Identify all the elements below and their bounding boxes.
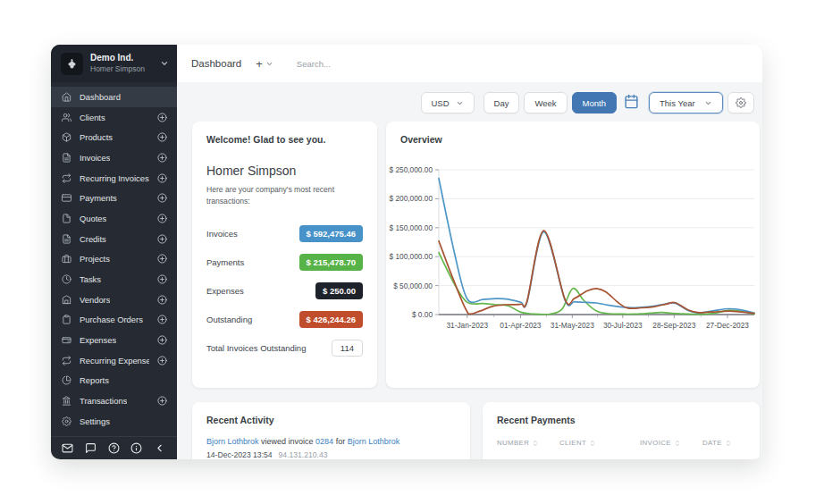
sidebar-item-label: Quotes (80, 214, 106, 223)
plus-circle-icon[interactable] (157, 113, 167, 122)
help-icon (108, 442, 120, 454)
chart-line-outstanding (439, 231, 754, 314)
chat-icon[interactable] (85, 442, 97, 455)
sidebar-item-expenses[interactable]: Expenses (51, 330, 177, 350)
plus-circle-icon[interactable] (157, 274, 167, 284)
plus-circle-icon[interactable] (157, 173, 167, 183)
sidebar-item-label: Recurring Expenses (80, 356, 149, 365)
sidebar-item-tasks[interactable]: Tasks (51, 269, 177, 290)
sidebar: Demo Ind. Homer Simpson DashboardClients… (51, 45, 177, 459)
column-header-client[interactable]: CLIENT (559, 439, 596, 447)
plus-circle-icon[interactable] (157, 153, 167, 163)
tab-dashboard[interactable]: Dashboard (191, 58, 241, 69)
activity-plain-text: viewed invoice (259, 437, 316, 446)
sidebar-item-label: Clients (80, 113, 105, 122)
topbar: Dashboard + (177, 45, 762, 83)
search-input[interactable] (295, 58, 415, 70)
pie-chart-icon (62, 375, 71, 385)
clock-icon (62, 274, 71, 284)
filter-bar: USD DayWeekMonth This Year (421, 92, 755, 113)
svg-text:$ 50,000.00: $ 50,000.00 (393, 281, 433, 290)
period-select[interactable]: This Year (649, 92, 723, 113)
sort-icon (532, 440, 539, 447)
mail-icon[interactable] (62, 442, 74, 455)
settings-icon (62, 416, 71, 426)
plus-circle-icon[interactable] (157, 315, 167, 324)
activity-link[interactable]: 0284 (315, 437, 333, 446)
welcome-user-name: Homer Simpson (206, 164, 363, 178)
sidebar-item-clients[interactable]: Clients (51, 107, 177, 128)
period-value: This Year (660, 98, 695, 108)
repeat-icon (62, 356, 71, 365)
plus-circle-icon[interactable] (157, 295, 167, 305)
add-tab-caret-icon[interactable] (265, 60, 273, 68)
sidebar-item-recurring-invoices[interactable]: Recurring Invoices (51, 168, 177, 189)
welcome-title: Welcome! Glad to see you. (206, 134, 363, 145)
sidebar-item-projects[interactable]: Projects (51, 249, 177, 270)
chart-line-payments (439, 253, 754, 315)
overview-chart: $ 0.00$ 50,000.00$ 100,000.00$ 150,000.0… (387, 161, 757, 340)
plus-circle-icon[interactable] (157, 254, 167, 264)
chevron-down-icon (704, 99, 712, 107)
welcome-rows: Invoices$ 592,475.46Payments$ 215,478.70… (206, 220, 363, 363)
plus-circle-icon[interactable] (157, 193, 167, 203)
activity-entry: Bjorn Lothbrok viewed invoice 0284 for B… (206, 436, 456, 459)
plus-circle-icon[interactable] (157, 335, 167, 345)
sidebar-item-settings[interactable]: Settings (51, 411, 177, 432)
summary-label: Outstanding (206, 315, 252, 324)
info-icon[interactable] (130, 442, 143, 455)
sidebar-item-vendors[interactable]: Vendors (51, 290, 177, 310)
column-header-date[interactable]: DATE (702, 439, 732, 447)
activity-link[interactable]: Bjorn Lothbrok (206, 437, 259, 446)
summary-value-badge: $ 215,478.70 (299, 254, 363, 271)
chevron-down-icon (160, 59, 169, 68)
sidebar-item-dashboard[interactable]: Dashboard (51, 87, 177, 107)
sidebar-item-reports[interactable]: Reports (51, 371, 177, 391)
svg-text:$ 150,000.00: $ 150,000.00 (390, 223, 433, 232)
sidebar-item-recurring-expenses[interactable]: Recurring Expenses (51, 350, 177, 371)
sidebar-item-quotes[interactable]: Quotes (51, 208, 177, 229)
activity-link[interactable]: Bjorn Lothbrok (348, 437, 400, 446)
repeat-icon (62, 173, 71, 183)
welcome-subtitle: Here are your company's most recent tran… (206, 184, 341, 208)
summary-label: Total Invoices Outstanding (206, 343, 306, 353)
sidebar-item-invoices[interactable]: Invoices (51, 147, 177, 168)
clipboard-icon (62, 315, 71, 324)
column-header-number[interactable]: NUMBER (497, 439, 539, 447)
sidebar-item-label: Transactions (80, 396, 127, 406)
plus-circle-icon[interactable] (157, 356, 167, 365)
currency-select[interactable]: USD (421, 92, 475, 113)
column-header-invoice[interactable]: INVOICE (640, 439, 681, 447)
svg-text:28-Sep-2023: 28-Sep-2023 (652, 321, 695, 330)
plus-circle-icon[interactable] (157, 234, 167, 244)
wallet-icon (62, 335, 71, 345)
collapse-sidebar-icon[interactable] (154, 442, 166, 455)
range-button-month[interactable]: Month (572, 92, 617, 113)
plus-circle-icon[interactable] (157, 214, 167, 223)
recent-payments-title: Recent Payments (497, 415, 745, 425)
add-tab-button[interactable]: + (256, 57, 263, 71)
sidebar-item-label: Recurring Invoices (80, 173, 149, 183)
svg-text:30-Jul-2023: 30-Jul-2023 (603, 321, 643, 330)
range-button-day[interactable]: Day (483, 92, 520, 113)
summary-row-expenses: Expenses$ 250.00 (206, 277, 363, 306)
payments-table-header: NUMBERCLIENTINVOICEDATE (497, 439, 745, 449)
sidebar-item-payments[interactable]: Payments (51, 188, 177, 208)
plus-circle-icon[interactable] (157, 132, 167, 142)
sidebar-item-transactions[interactable]: Transactions (51, 391, 177, 411)
plus-circle-icon[interactable] (157, 396, 167, 406)
company-switcher[interactable]: Demo Ind. Homer Simpson (51, 45, 177, 82)
sidebar-item-purchase-orders[interactable]: Purchase Orders (51, 310, 177, 331)
svg-text:31-May-2023: 31-May-2023 (551, 321, 594, 330)
dashboard-settings-button[interactable] (727, 92, 754, 113)
sidebar-item-credits[interactable]: Credits (51, 229, 177, 249)
overview-title: Overview (400, 134, 745, 145)
sidebar-item-products[interactable]: Products (51, 127, 177, 147)
main-content: USD DayWeekMonth This Year Welcome! Glad… (177, 82, 762, 459)
summary-row-total-invoices-outstanding: Total Invoices Outstanding114 (206, 334, 363, 363)
calendar-icon[interactable] (624, 94, 642, 112)
overview-card: Overview $ 0.00$ 50,000.00$ 100,000.00$ … (386, 122, 760, 388)
home-icon (62, 92, 71, 102)
help-icon[interactable] (108, 442, 121, 455)
range-button-week[interactable]: Week (524, 92, 567, 113)
